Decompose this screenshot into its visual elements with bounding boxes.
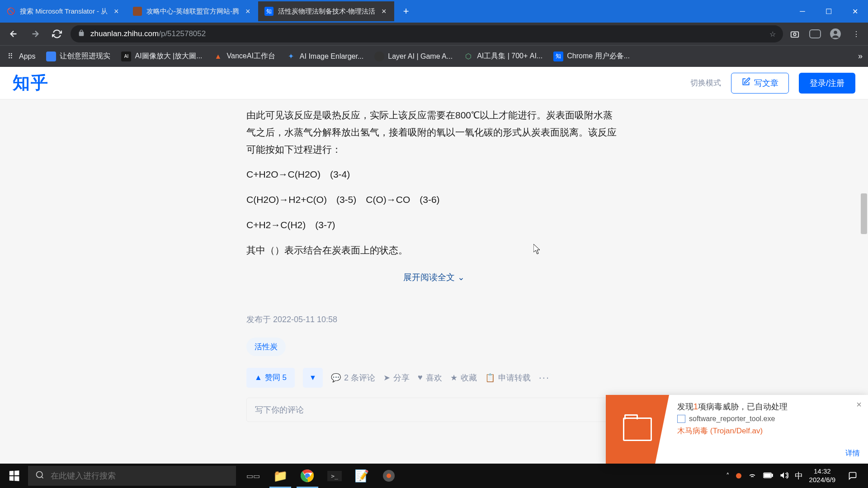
- start-button[interactable]: [0, 464, 28, 488]
- tab-3-active[interactable]: 知 活性炭物理法制备技术-物理法活 ×: [258, 1, 394, 21]
- volume-icon[interactable]: [779, 471, 788, 481]
- menu-button[interactable]: ⋮: [850, 28, 863, 40]
- battery-icon[interactable]: [763, 472, 773, 480]
- new-tab-button[interactable]: +: [398, 3, 414, 19]
- search-input[interactable]: [51, 471, 229, 481]
- close-notification-button[interactable]: ×: [856, 399, 862, 410]
- taskbar-search[interactable]: [28, 466, 236, 486]
- url-text: zhuanlan.zhihu.com/p/512578052: [90, 29, 206, 38]
- antivirus-notification: × 发现1项病毒威胁，已自动处理 software_reporter_tool.…: [606, 395, 868, 464]
- svg-point-3: [834, 31, 837, 34]
- write-icon: [741, 77, 750, 89]
- apps-button[interactable]: ⠿ Apps: [5, 52, 35, 61]
- av-file-row: software_reporter_tool.exe: [677, 415, 860, 423]
- av-title: 发现1项病毒威胁，已自动处理: [677, 401, 860, 412]
- close-icon[interactable]: ×: [244, 7, 252, 15]
- article-actions: ▲ 赞同 5 ▼ 💬2 条评论 ➤分享 ♥喜欢 ★收藏 📋申请转载 ···: [246, 368, 622, 388]
- comment-icon: 💬: [331, 373, 341, 383]
- action-center-button[interactable]: [842, 464, 863, 488]
- upvote-button[interactable]: ▲ 赞同 5: [246, 368, 295, 388]
- login-register-button[interactable]: 登录/注册: [799, 73, 855, 94]
- bookmark-item[interactable]: ✦ AI Image Enlarger...: [286, 52, 363, 61]
- chevron-down-icon: ⌄: [458, 272, 465, 282]
- clock[interactable]: 14:32 2024/6/9: [809, 467, 835, 484]
- comment-input[interactable]: 写下你的评论: [246, 398, 622, 422]
- av-threat-name: 木马病毒 (Trojan/Delf.av): [677, 426, 860, 436]
- close-icon[interactable]: ×: [112, 7, 120, 15]
- back-button[interactable]: [5, 26, 22, 42]
- tab-1[interactable]: 🚫 搜索 Microsoft Translator - 从 ×: [0, 1, 127, 21]
- profile-icon[interactable]: [829, 28, 842, 40]
- tab-2[interactable]: 攻略中心-英雄联盟官方网站-腾 ×: [127, 1, 258, 21]
- forward-button[interactable]: [27, 26, 43, 42]
- taskbar: ▭▭ 📁 >_ 📝 ˄ 中 14:32 2024/6/9: [0, 464, 868, 488]
- camera-icon[interactable]: [788, 28, 801, 40]
- ime-indicator[interactable]: 中: [795, 470, 803, 481]
- bookmark-item[interactable]: ⬡ AI工具集 | 700+ AI...: [463, 52, 542, 61]
- recorder-button[interactable]: [376, 464, 401, 488]
- bookmark-favicon-icon: [46, 52, 56, 61]
- bookmark-item[interactable]: ▲ VanceAI工作台: [213, 52, 275, 61]
- repost-button[interactable]: 📋申请转载: [485, 372, 531, 383]
- bookmark-item[interactable]: AI AI圖像放大 |放大圖...: [121, 52, 202, 61]
- publish-date: 发布于 2022-05-11 10:58: [246, 314, 622, 325]
- mode-toggle-button[interactable]: 切换模式: [690, 78, 721, 88]
- terminal-button[interactable]: >_: [322, 464, 347, 488]
- nav-bar: zhuanlan.zhihu.com/p/512578052 ☆ ⋮: [0, 23, 868, 45]
- bookmark-favicon-icon: 知: [553, 52, 563, 61]
- write-article-button[interactable]: 写文章: [731, 73, 789, 94]
- close-icon[interactable]: ×: [380, 7, 388, 15]
- star-icon: ★: [450, 373, 458, 383]
- exe-file-icon: [677, 415, 685, 423]
- notepad-button[interactable]: 📝: [349, 464, 374, 488]
- comments-button[interactable]: 💬2 条评论: [331, 372, 375, 383]
- search-icon: [35, 470, 44, 481]
- scrollbar-thumb[interactable]: [861, 193, 867, 234]
- article-body: 由此可见该反应是吸热反应，实际上该反应需要在800℃以上才能进行。炭表面吸附水蒸…: [246, 107, 622, 259]
- extension-icon[interactable]: [809, 29, 821, 38]
- downvote-button[interactable]: ▼: [303, 368, 323, 388]
- bookmark-favicon-icon: AI: [121, 52, 131, 61]
- star-icon[interactable]: ☆: [769, 30, 776, 38]
- address-bar[interactable]: zhuanlan.zhihu.com/p/512578052 ☆: [71, 25, 783, 42]
- av-detail-button[interactable]: 详情: [845, 449, 860, 458]
- share-button[interactable]: ➤分享: [383, 372, 410, 383]
- zhihu-logo[interactable]: 知乎: [13, 71, 49, 94]
- tab-title: 活性炭物理法制备技术-物理法活: [278, 7, 375, 16]
- chrome-button[interactable]: [295, 464, 320, 488]
- bookmark-favicon-icon: ✦: [286, 52, 296, 61]
- recording-indicator-icon[interactable]: [736, 473, 741, 479]
- reload-button[interactable]: [49, 26, 65, 42]
- tab-favicon-icon: 知: [264, 7, 274, 16]
- bookmark-item[interactable]: Layer AI | Game A...: [374, 52, 453, 61]
- wifi-icon[interactable]: [748, 471, 757, 481]
- minimize-button[interactable]: ─: [789, 2, 816, 20]
- tray-expand-button[interactable]: ˄: [726, 472, 730, 480]
- tab-title: 攻略中心-英雄联盟官方网站-腾: [146, 7, 239, 16]
- bookmark-item[interactable]: 让创意照进现实: [46, 52, 110, 61]
- more-actions-button[interactable]: ···: [539, 372, 550, 384]
- maximize-button[interactable]: ☐: [816, 2, 842, 20]
- topic-tag[interactable]: 活性炭: [246, 338, 286, 356]
- svg-rect-0: [791, 32, 799, 37]
- tab-favicon-icon: [133, 7, 142, 16]
- file-explorer-button[interactable]: 📁: [268, 464, 293, 488]
- folder-icon: [623, 418, 652, 441]
- bookmark-item[interactable]: 知 Chrome 用户必备...: [553, 52, 630, 61]
- svg-rect-8: [772, 474, 773, 477]
- lock-icon: [78, 29, 85, 38]
- svg-point-4: [37, 472, 42, 478]
- svg-rect-9: [764, 474, 770, 477]
- svg-point-1: [793, 33, 796, 36]
- task-view-button[interactable]: ▭▭: [241, 464, 266, 488]
- share-icon: ➤: [383, 373, 390, 383]
- favorite-button[interactable]: ★收藏: [450, 372, 477, 383]
- close-window-button[interactable]: ✕: [842, 2, 868, 20]
- like-button[interactable]: ♥喜欢: [418, 372, 442, 383]
- repost-icon: 📋: [485, 373, 495, 383]
- bookmarks-overflow-button[interactable]: »: [858, 52, 863, 61]
- bookmark-favicon-icon: [374, 52, 384, 61]
- heart-icon: ♥: [418, 373, 423, 382]
- av-icon-panel: [606, 395, 669, 464]
- expand-read-button[interactable]: 展开阅读全文⌄: [246, 267, 622, 288]
